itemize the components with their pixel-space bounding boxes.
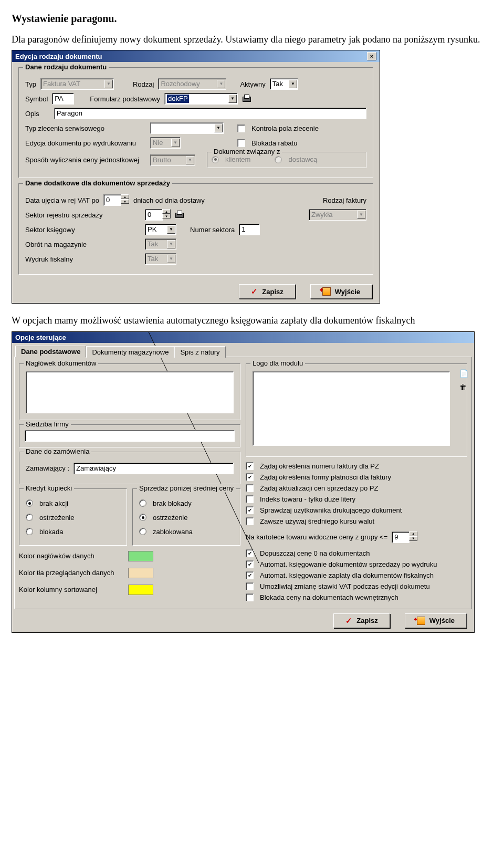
checkbox-label: Żądaj aktualizacji cen sprzedaży po PZ <box>260 484 378 492</box>
input-numer-sek[interactable]: 1 <box>239 224 260 235</box>
radio-kredyt-1[interactable] <box>26 514 33 521</box>
checkbox-checksB-2[interactable]: ✔ <box>246 571 254 579</box>
open-icon[interactable]: 📄 <box>459 369 468 378</box>
group-dane-dodatkowe: Dane dodatkowe dla dokumentów sprzedaży … <box>18 183 373 275</box>
trash-icon[interactable]: 🗑 <box>459 383 468 391</box>
checkbox-label: Automat. księgowanie dokumentów sprzedaż… <box>260 560 437 568</box>
checkbox-kontrola[interactable] <box>237 124 245 132</box>
checkbox-checksA-1[interactable]: ✔ <box>246 473 254 481</box>
label-kredyt-1: ostrzeżenie <box>39 514 74 522</box>
select-obrot: Tak▼ <box>145 238 176 250</box>
input-opis[interactable]: Paragon <box>54 108 366 119</box>
radio-klientem <box>212 156 219 163</box>
checkbox-checksA-5[interactable] <box>246 517 254 525</box>
select-sposob: Brutto▼ <box>150 154 195 166</box>
spinner-kartotece[interactable]: 9▲▼ <box>392 532 417 543</box>
checkbox-checksA-0[interactable]: ✔ <box>246 462 254 470</box>
label-opis: Opis <box>25 110 39 118</box>
swatch-kolor1[interactable] <box>128 551 153 561</box>
close-icon[interactable]: × <box>367 52 376 60</box>
label-zam: Zamawiający : <box>26 464 69 472</box>
checkbox-checksA-2[interactable] <box>246 484 254 492</box>
logo-area <box>253 371 450 446</box>
tab-dane-podstawowe[interactable]: Dane podstawowe <box>15 346 86 357</box>
exit-button[interactable]: Wyjście <box>405 613 467 628</box>
doc-para-2: W opcjach mamy możliwość ustawienia auto… <box>12 314 492 327</box>
checkbox-label: Żądaj określenia formy płatności dla fak… <box>260 473 391 481</box>
label-numer-sek: Numer sektora <box>190 226 235 234</box>
group-legend: Dane rodzaju dokumentu <box>23 63 109 71</box>
select-aktywny[interactable]: Tak▼ <box>270 78 298 90</box>
label-kolor1: Kolor nagłówków danych <box>19 552 124 560</box>
radio-kredyt-0[interactable] <box>26 499 33 507</box>
label-sprzedaz-0: brak blokady <box>153 499 192 507</box>
label-sprzedaz-1: ostrzeżenie <box>153 514 187 522</box>
label-sprzedaz: Sprzedaż poniżej średniej ceny <box>137 484 236 492</box>
label-obrot: Obrót na magazynie <box>25 241 141 248</box>
select-form[interactable]: dokFP▼ <box>164 93 238 105</box>
select-wydruk: Tak▼ <box>145 253 176 265</box>
input-symbol[interactable]: PA <box>52 93 74 105</box>
checkbox-label: Żądaj określenia numeru faktury dla PZ <box>260 462 379 470</box>
checkbox-checksB-0[interactable]: ✔ <box>246 549 254 557</box>
select-edycja: Nie▼ <box>150 137 181 149</box>
radio-dostawca <box>275 156 282 163</box>
checkbox-label: Sprawdzaj użytkownika drukującego dokume… <box>260 506 402 514</box>
dialog-opcje-sterujace: Opcje sterujące Dane podstawowe Dokument… <box>12 331 475 633</box>
save-button[interactable]: ✓Zapisz <box>333 613 390 628</box>
label-dostawca: dostawcą <box>288 155 317 163</box>
radio-sprzedaz-2[interactable] <box>139 528 146 535</box>
checkbox-label: Zawsze używaj średniego kursu walut <box>260 517 374 525</box>
window-title: Opcje sterujące <box>15 334 66 341</box>
select-sektor-ks[interactable]: PK▼ <box>145 224 176 235</box>
label-dniach: dniach od dnia dostawy <box>133 196 205 204</box>
label-kredyt: Kredyt kupiecki <box>24 484 74 492</box>
tab-spis-z-natury[interactable]: Spis z natury <box>174 346 225 358</box>
titlebar: Opcje sterujące <box>12 332 474 343</box>
checkbox-checksB-4[interactable] <box>246 593 254 601</box>
titlebar: Edycja rodzaju dokumentu × <box>12 50 380 62</box>
label-dokzw: Dokument związany z <box>212 148 282 155</box>
label-datavat: Data ujęcia w rej VAT po <box>25 196 99 204</box>
printer-icon[interactable] <box>242 95 250 103</box>
input-siedziba[interactable] <box>25 430 235 442</box>
printer-icon[interactable] <box>175 211 183 219</box>
group-legend-2: Dane dodatkowe dla dokumentów sprzedaży <box>23 179 172 187</box>
swatch-kolor3[interactable] <box>128 585 153 595</box>
doc-heading: Wystawienie paragonu. <box>12 13 492 25</box>
save-button[interactable]: ✓Zapisz <box>239 284 295 299</box>
textarea-naglowek[interactable] <box>26 371 234 413</box>
exit-button[interactable]: Wyjście <box>310 284 372 299</box>
label-aktywny: Aktywny <box>240 80 265 88</box>
checkbox-blokada[interactable] <box>237 139 245 147</box>
select-typzlec[interactable]: ▼ <box>150 122 224 134</box>
checkbox-checksA-4[interactable]: ✔ <box>246 506 254 514</box>
label-wydruk: Wydruk fiskalny <box>25 255 141 263</box>
checkbox-label: Blokada ceny na dokumentach wewnętrznych <box>260 593 398 601</box>
input-zam[interactable]: Zamawiający <box>74 463 234 474</box>
checkbox-checksB-1[interactable]: ✔ <box>246 560 254 568</box>
dialog-edit-doc-type: Edycja rodzaju dokumentu × Dane rodzaju … <box>12 50 380 304</box>
label-kolor2: Kolor tła przeglądanych danych <box>19 569 124 577</box>
window-title: Edycja rodzaju dokumentu <box>15 53 102 60</box>
label-sektor-rej: Sektor rejestru sprzedaży <box>25 211 141 219</box>
select-rodzfakt: Zwykła▼ <box>309 209 366 221</box>
checkbox-checksA-3[interactable] <box>246 495 254 503</box>
radio-kredyt-2[interactable] <box>26 528 33 535</box>
tab-dokumenty-magazynowe[interactable]: Dokumenty magazynowe <box>86 346 174 358</box>
select-rodzaj: Rozchodowy▼ <box>158 78 226 90</box>
checkbox-label: Automat. księgowanie zapłaty dla dokumen… <box>260 571 434 579</box>
spinner-datavat[interactable]: 0▲▼ <box>103 194 129 206</box>
checkbox-checksB-3[interactable] <box>246 582 254 590</box>
label-kolor3: Kolor kolumny sortowanej <box>19 586 124 593</box>
swatch-kolor2[interactable] <box>128 568 153 578</box>
radio-sprzedaz-1[interactable] <box>139 514 146 521</box>
spinner-sektor-rej[interactable]: 0▲▼ <box>145 209 171 221</box>
checkbox-label: Dopuszczaj cenę 0 na dokumentach <box>260 549 370 557</box>
label-kredyt-0: brak akcji <box>39 499 68 507</box>
radio-sprzedaz-0[interactable] <box>139 499 146 507</box>
label-danezam: Dane do zamówienia <box>24 447 91 455</box>
group-dane-rodzaju: Dane rodzaju dokumentu Typ Faktura VAT▼ … <box>18 67 373 178</box>
label-blokada: Blokada rabatu <box>251 139 297 147</box>
label-sprzedaz-2: zablokowana <box>153 528 193 536</box>
